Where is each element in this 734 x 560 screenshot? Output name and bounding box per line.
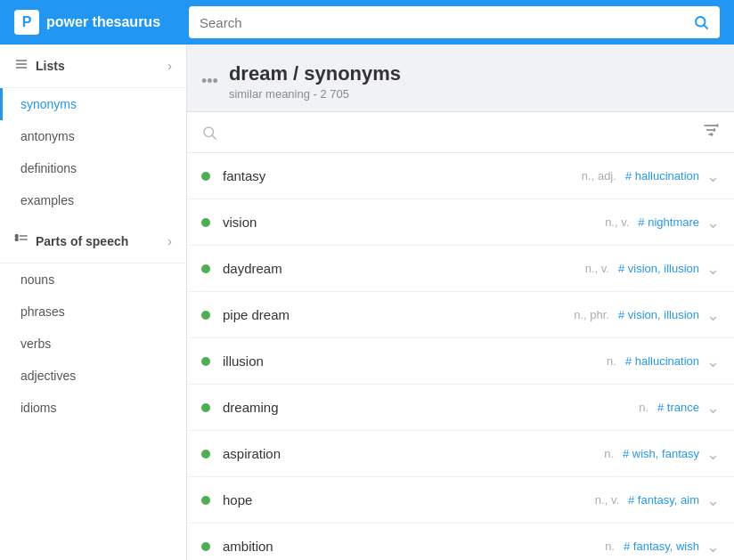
result-pos: n. (639, 401, 648, 414)
result-item[interactable]: ambition n. # fantasy, wish ⌄ (187, 523, 734, 560)
svg-line-1 (704, 25, 707, 28)
filter-button[interactable] (702, 121, 720, 143)
result-dot (201, 450, 210, 459)
page-title: dream / synonyms (229, 62, 401, 85)
svg-point-9 (204, 127, 214, 137)
sidebar-nav-synonyms[interactable]: synonyms (0, 88, 186, 120)
result-item[interactable]: vision n., v. # nightmare ⌄ (187, 199, 734, 246)
page-header: ••• dream / synonyms similar meaning - 2… (187, 45, 734, 112)
page-subtitle: similar meaning - 2 705 (229, 87, 401, 101)
result-pos: n., v. (605, 215, 629, 229)
logo-icon: P (14, 10, 39, 35)
result-item[interactable]: aspiration n. # wish, fantasy ⌄ (187, 431, 734, 477)
expand-icon[interactable]: ⌄ (706, 166, 720, 186)
svg-line-10 (212, 135, 216, 139)
expand-icon[interactable]: ⌄ (706, 398, 720, 418)
sidebar-nav-examples[interactable]: examples (0, 184, 186, 216)
search-icon (693, 14, 709, 30)
result-tag: # wish, fantasy (623, 447, 699, 460)
result-pos: n., adj. (582, 169, 616, 183)
result-item[interactable]: pipe dream n., phr. # vision, illusion ⌄ (187, 292, 734, 338)
sidebar-nav-antonyms[interactable]: antonyms (0, 120, 186, 152)
result-dot (201, 264, 210, 273)
result-tag: # fantasy, wish (624, 540, 699, 553)
expand-icon[interactable]: ⌄ (706, 213, 720, 232)
sidebar-item-idioms[interactable]: idioms (0, 392, 186, 424)
result-tag: # nightmare (638, 215, 699, 229)
sidebar-item-nouns[interactable]: nouns (0, 264, 186, 296)
result-dot (201, 496, 210, 505)
result-word: pipe dream (223, 307, 574, 322)
result-item[interactable]: dreaming n. # trance ⌄ (187, 385, 734, 431)
lists-section-header[interactable]: Lists › (0, 45, 186, 88)
result-word: vision (223, 215, 605, 230)
result-meta: n., v. # fantasy, aim (595, 493, 699, 507)
parts-of-speech-section-header[interactable]: Parts of speech › (0, 220, 186, 264)
result-pos: n. (605, 540, 615, 553)
result-pos: n., v. (585, 262, 609, 275)
expand-icon[interactable]: ⌄ (706, 491, 720, 510)
svg-rect-6 (15, 239, 18, 241)
result-word: aspiration (223, 446, 604, 461)
search-button[interactable] (693, 14, 709, 30)
result-word: ambition (223, 539, 605, 554)
result-word: daydream (223, 261, 585, 276)
result-word: illusion (223, 353, 607, 369)
result-meta: n. # trance (639, 401, 699, 414)
result-pos: n. (607, 354, 616, 368)
sidebar: Lists › synonyms antonyms definitions ex… (0, 45, 187, 560)
content-search-icon (201, 125, 217, 141)
app-header: P power thesaurus (0, 0, 734, 45)
result-item[interactable]: hope n., v. # fantasy, aim ⌄ (187, 477, 734, 523)
result-meta: n. # fantasy, wish (605, 540, 699, 553)
result-meta: n. # hallucination (607, 354, 699, 368)
result-pos: n., v. (595, 493, 619, 507)
result-item[interactable]: daydream n., v. # vision, illusion ⌄ (187, 246, 734, 292)
result-dot (201, 403, 210, 412)
expand-icon[interactable]: ⌄ (706, 259, 720, 279)
filter-icon (702, 121, 720, 139)
result-item[interactable]: fantasy n., adj. # hallucination ⌄ (187, 153, 734, 199)
result-dot (201, 542, 210, 551)
result-word: hope (223, 492, 595, 507)
result-meta: n., adj. # hallucination (582, 169, 699, 183)
result-tag: # hallucination (625, 354, 699, 368)
result-pos: n. (604, 447, 614, 460)
more-options-button[interactable]: ••• (201, 72, 218, 91)
result-item[interactable]: illusion n. # hallucination ⌄ (187, 338, 734, 385)
svg-point-0 (696, 17, 705, 27)
logo-text: power thesaurus (46, 14, 160, 30)
result-tag: # fantasy, aim (628, 493, 699, 507)
result-dot (201, 357, 210, 366)
expand-icon[interactable]: ⌄ (706, 444, 720, 464)
result-dot (201, 311, 210, 320)
search-bar[interactable] (189, 6, 720, 38)
parts-chevron: › (167, 234, 172, 248)
expand-icon[interactable]: ⌄ (706, 305, 720, 325)
result-meta: n. # wish, fantasy (604, 447, 699, 460)
sidebar-item-adjectives[interactable]: adjectives (0, 360, 186, 392)
result-tag: # vision, illusion (618, 308, 699, 321)
main-container: Lists › synonyms antonyms definitions ex… (0, 45, 734, 560)
search-input[interactable] (200, 15, 693, 30)
expand-icon[interactable]: ⌄ (706, 537, 720, 556)
sidebar-item-phrases[interactable]: phrases (0, 296, 186, 328)
expand-icon[interactable]: ⌄ (706, 352, 720, 371)
result-tag: # hallucination (625, 169, 699, 183)
results-list: fantasy n., adj. # hallucination ⌄ visio… (187, 153, 734, 560)
sidebar-nav-definitions[interactable]: definitions (0, 152, 186, 184)
result-meta: n., v. # nightmare (605, 215, 699, 229)
lists-label: Lists (36, 59, 65, 73)
lists-icon (14, 57, 29, 75)
result-word: dreaming (223, 400, 639, 415)
result-meta: n., phr. # vision, illusion (574, 308, 699, 321)
content-area: ••• dream / synonyms similar meaning - 2… (187, 45, 734, 560)
result-dot (201, 218, 210, 227)
result-dot (201, 172, 210, 181)
svg-rect-5 (15, 235, 18, 238)
sidebar-item-verbs[interactable]: verbs (0, 328, 186, 360)
result-tag: # vision, illusion (618, 262, 699, 275)
result-meta: n., v. # vision, illusion (585, 262, 699, 275)
parts-of-speech-label: Parts of speech (36, 234, 128, 248)
parts-icon (14, 232, 29, 250)
